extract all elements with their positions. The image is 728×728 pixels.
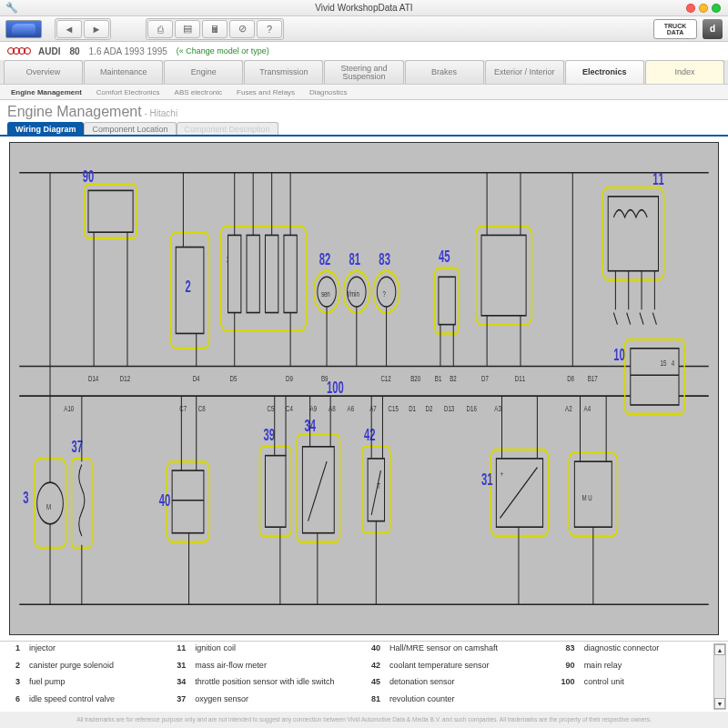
svg-text:3: 3 [23,488,28,506]
svg-text:M: M [46,501,51,511]
back-button[interactable]: ◄ [56,20,82,38]
svg-text:11: 11 [652,169,664,187]
svg-text:D12: D12 [120,373,131,383]
vehicle-brand: AUDI [38,46,60,56]
svg-text:40: 40 [159,490,171,509]
minimize-icon[interactable] [699,4,708,13]
titlebar: 🔧 Vivid WorkshopData ATI [0,0,728,16]
svg-text:100: 100 [327,378,344,396]
svg-rect-22 [284,235,297,312]
doctab-wiring[interactable]: Wiring Diagram [7,122,84,135]
svg-text:D4: D4 [193,373,200,383]
tab-overview[interactable]: Overview [4,60,83,84]
svg-text:37: 37 [72,438,84,456]
svg-rect-57 [481,235,526,315]
svg-text:t/min: t/min [348,288,360,298]
app-menu-icon[interactable]: 🔧 [5,2,18,14]
tab-brakes[interactable]: Brakes [405,60,484,84]
subtab-abs[interactable]: ABS electronic [171,86,226,99]
tab-exterior[interactable]: Exterior / Interior [485,60,564,84]
svg-text:C15: C15 [389,403,399,413]
svg-rect-128 [368,459,384,521]
footer-disclaimer: All trademarks are for reference purpose… [0,712,728,728]
svg-text:C5: C5 [268,403,275,413]
svg-text:15: 15 [661,359,667,369]
svg-text:A4: A4 [584,403,592,413]
tab-transmission[interactable]: Transmission [244,60,323,84]
vehicle-bar: AUDI 80 1.6 ADA 1993 1995 (« Change mode… [0,42,728,60]
audi-rings-icon [7,47,29,55]
tab-engine[interactable]: Engine [164,60,243,84]
svg-text:D11: D11 [515,373,526,383]
svg-rect-116 [265,456,286,528]
svg-text:M U: M U [582,492,592,502]
svg-text:A3: A3 [494,403,501,413]
tool-button-4[interactable]: ⊘ [229,20,255,38]
svg-text:A10: A10 [64,403,74,413]
svg-text:2: 2 [185,277,190,295]
tool-button-3[interactable]: 🖩 [202,20,228,38]
tool-button-2[interactable]: ▤ [175,20,200,38]
svg-text:B20: B20 [410,373,420,383]
doc-tabs: Wiring Diagram Component Location Compon… [0,120,728,136]
svg-text:A2: A2 [565,403,572,413]
svg-text:C8: C8 [198,403,206,413]
subtab-diagnostics[interactable]: Diagnostics [306,86,350,99]
svg-rect-104 [72,459,93,548]
legend-desc: injector [24,643,166,660]
svg-text:83: 83 [379,249,390,268]
svg-text:D1: D1 [409,403,416,413]
app-window: 🔧 Vivid WorkshopData ATI ◄ ► ⎙ ▤ 🖩 ⊘ ? T… [0,0,728,728]
subtab-fuses[interactable]: Fuses and Relays [233,86,298,99]
doctab-location[interactable]: Component Location [84,122,176,135]
help-button[interactable]: ? [257,20,282,38]
zoom-icon[interactable] [712,4,721,13]
svg-text:?: ? [382,288,386,298]
change-model-link[interactable]: (« Change model or type) [177,46,269,56]
svg-rect-75 [631,349,679,405]
scroll-up-icon[interactable]: ▲ [714,644,725,655]
window-title: Vivid WorkshopData ATI [315,3,412,13]
subtab-engine-mgmt[interactable]: Engine Management [7,86,86,99]
section-suffix: - Hitachi [144,108,177,118]
svg-rect-65 [608,197,658,271]
svg-text:D13: D13 [444,403,455,413]
vehicle-model: 80 [69,46,79,56]
vehicle-thumb[interactable] [5,20,42,38]
tab-electronics[interactable]: Electronics [565,60,644,84]
svg-text:C12: C12 [380,373,391,383]
legend-scrollbar[interactable]: ▲ ▼ [713,643,726,710]
svg-text:90: 90 [83,167,95,185]
svg-text:B17: B17 [588,373,598,383]
svg-text:82: 82 [319,249,331,268]
svg-rect-50 [439,277,455,324]
tab-index[interactable]: Index [645,60,724,84]
window-controls [686,4,721,13]
doctab-description: Component Description [177,122,278,135]
forward-button[interactable]: ► [84,20,109,38]
d-badge-icon: d [703,19,723,39]
svg-text:C7: C7 [179,403,187,413]
tool-button-1[interactable]: ⎙ [147,20,173,38]
tab-maintenance[interactable]: Maintenance [84,60,163,84]
scroll-down-icon[interactable]: ▼ [714,698,725,709]
svg-text:A6: A6 [348,403,355,413]
svg-text:sen: sen [321,288,330,298]
svg-text:A8: A8 [329,403,336,413]
svg-text:D9: D9 [286,373,293,383]
svg-text:10: 10 [613,345,625,363]
tab-steering[interactable]: Steering and Suspension [324,60,403,84]
wiring-diagram[interactable]: 90 D14 D12 2 D4 1 [9,142,719,635]
svg-rect-5 [88,190,133,232]
svg-text:+: + [500,469,503,479]
section-header: Engine Management - Hitachi [0,100,728,120]
svg-point-36 [377,277,395,307]
tool-group: ⎙ ▤ 🖩 ⊘ ? [146,18,284,40]
nav-group: ◄ ► [55,18,111,40]
svg-text:42: 42 [364,425,376,443]
close-icon[interactable] [686,4,695,13]
truck-data-logo: TRUCKDATA [653,19,697,39]
subtab-comfort[interactable]: Comfort Electronics [93,86,164,99]
svg-text:39: 39 [263,425,275,443]
sub-tabs: Engine Management Comfort Electronics AB… [0,84,728,100]
